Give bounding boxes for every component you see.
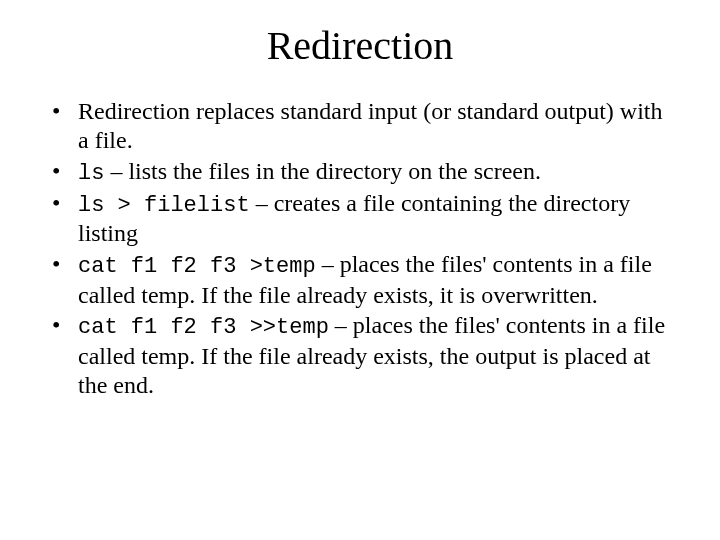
code-span: ls: [78, 161, 104, 186]
bullet-list: Redirection replaces standard input (or …: [48, 97, 672, 399]
slide-title: Redirection: [48, 22, 672, 69]
list-item: Redirection replaces standard input (or …: [48, 97, 672, 155]
list-item: cat f1 f2 f3 >>temp – places the files' …: [48, 311, 672, 399]
code-span: cat f1 f2 f3 >temp: [78, 254, 316, 279]
bullet-text: Redirection replaces standard input (or …: [78, 98, 663, 153]
list-item: ls – lists the files in the directory on…: [48, 157, 672, 187]
slide: Redirection Redirection replaces standar…: [0, 0, 720, 540]
list-item: ls > filelist – creates a file containin…: [48, 189, 672, 248]
bullet-text: – lists the files in the directory on th…: [104, 158, 541, 184]
code-span: cat f1 f2 f3 >>temp: [78, 315, 329, 340]
list-item: cat f1 f2 f3 >temp – places the files' c…: [48, 250, 672, 309]
code-span: ls > filelist: [78, 193, 250, 218]
